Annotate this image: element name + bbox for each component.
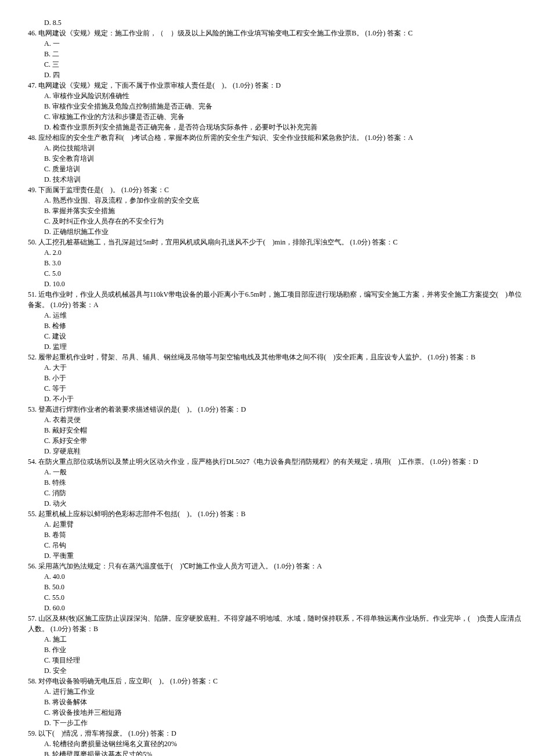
exam-content: D. 8.546. 电网建设《安规》规定：施工作业前，（ ）级及以上风险的施工作… bbox=[12, 17, 522, 756]
question-59: 59. 以下( )情况，滑车将报废。 (1.0分) 答案：D bbox=[12, 728, 522, 739]
option-53-D: D. 穿硬底鞋 bbox=[12, 446, 522, 456]
option-54-B: B. 特殊 bbox=[12, 477, 522, 488]
option-50-B: B. 3.0 bbox=[12, 258, 522, 268]
option-57-D: D. 安全 bbox=[12, 665, 522, 676]
question-48: 48. 应经相应的安全生产教育和( )考试合格，掌握本岗位所需的安全生产知识、安… bbox=[12, 132, 522, 143]
option-52-C: C. 等于 bbox=[12, 383, 522, 394]
question-50: 50. 人工挖孔桩基础施工，当孔深超过5m时，宜用风机或风扇向孔送风不少于( )… bbox=[12, 237, 522, 247]
option-50-C: C. 5.0 bbox=[12, 268, 522, 279]
option-58-C: C. 将设备接地并三相短路 bbox=[12, 707, 522, 718]
option-54-C: C. 消防 bbox=[12, 488, 522, 498]
option-51-D: D. 监理 bbox=[12, 341, 522, 352]
option-stray: D. 8.5 bbox=[12, 17, 522, 28]
option-49-B: B. 掌握并落实安全措施 bbox=[12, 206, 522, 216]
option-56-A: A. 40.0 bbox=[12, 571, 522, 582]
option-55-B: B. 卷筒 bbox=[12, 530, 522, 540]
question-55: 55. 起重机械上应标以鲜明的色彩标志部件不包括( )。 (1.0分) 答案：B bbox=[12, 509, 522, 519]
option-57-B: B. 作业 bbox=[12, 645, 522, 655]
option-46-A: A. 一 bbox=[12, 38, 522, 49]
option-51-A: A. 运维 bbox=[12, 310, 522, 321]
option-48-B: B. 安全教育培训 bbox=[12, 153, 522, 164]
option-51-C: C. 建设 bbox=[12, 331, 522, 341]
option-59-B: B. 轮槽壁厚磨损量达基本尺寸的5% bbox=[12, 749, 522, 756]
option-58-B: B. 将设备解体 bbox=[12, 697, 522, 707]
option-51-B: B. 检修 bbox=[12, 321, 522, 331]
question-56: 56. 采用蒸汽加热法规定：只有在蒸汽温度低于( )℃时施工作业人员方可进入。 … bbox=[12, 561, 522, 571]
option-58-D: D. 下一步工作 bbox=[12, 718, 522, 728]
option-50-D: D. 10.0 bbox=[12, 279, 522, 289]
option-47-B: B. 审核作业安全措施及危险点控制措施是否正确、完备 bbox=[12, 101, 522, 111]
question-54: 54. 在防火重点部位或场所以及禁止明火区动火作业，应严格执行DL5027《电力… bbox=[12, 456, 522, 467]
option-46-C: C. 三 bbox=[12, 59, 522, 70]
option-57-C: C. 项目经理 bbox=[12, 655, 522, 665]
option-49-C: C. 及时纠正作业人员存在的不安全行为 bbox=[12, 216, 522, 226]
option-46-B: B. 二 bbox=[12, 49, 522, 59]
option-47-D: D. 检查作业票所列安全措施是否正确完备，是否符合现场实际条件，必要时予以补充完… bbox=[12, 122, 522, 132]
option-53-A: A. 衣着灵便 bbox=[12, 415, 522, 425]
option-57-A: A. 施工 bbox=[12, 634, 522, 645]
option-50-A: A. 2.0 bbox=[12, 247, 522, 258]
option-46-D: D. 四 bbox=[12, 70, 522, 80]
option-52-B: B. 小于 bbox=[12, 373, 522, 383]
option-55-C: C. 吊钩 bbox=[12, 540, 522, 550]
question-58: 58. 对停电设备验明确无电压后，应立即( )。 (1.0分) 答案：C bbox=[12, 676, 522, 686]
question-46: 46. 电网建设《安规》规定：施工作业前，（ ）级及以上风险的施工作业填写输变电… bbox=[12, 28, 522, 38]
option-48-D: D. 技术培训 bbox=[12, 174, 522, 185]
option-55-A: A. 起重臂 bbox=[12, 519, 522, 530]
option-48-A: A. 岗位技能培训 bbox=[12, 143, 522, 153]
question-53: 53. 登高进行焊割作业者的着装要求描述错误的是( )。 (1.0分) 答案：D bbox=[12, 404, 522, 415]
question-47: 47. 电网建设《安规》规定，下面不属于作业票审核人责任是( )。 (1.0分)… bbox=[12, 80, 522, 91]
question-57: 57. 山区及林(牧)区施工应防止误踩深沟、陷阱。应穿硬胶底鞋。不得穿越不明地域… bbox=[12, 613, 522, 634]
option-54-D: D. 动火 bbox=[12, 498, 522, 509]
option-53-C: C. 系好安全带 bbox=[12, 435, 522, 446]
option-47-A: A. 审核作业风险识别准确性 bbox=[12, 91, 522, 101]
option-55-D: D. 平衡重 bbox=[12, 550, 522, 561]
option-52-A: A. 大于 bbox=[12, 362, 522, 373]
question-52: 52. 履带起重机作业时，臂架、吊具、辅具、钢丝绳及吊物等与架空输电线及其他带电… bbox=[12, 352, 522, 362]
option-56-C: C. 55.0 bbox=[12, 592, 522, 603]
option-56-B: B. 50.0 bbox=[12, 582, 522, 592]
option-56-D: D. 60.0 bbox=[12, 603, 522, 613]
option-49-D: D. 正确组织施工作业 bbox=[12, 226, 522, 237]
option-53-B: B. 戴好安全帽 bbox=[12, 425, 522, 435]
question-51: 51. 近电作业时，作业人员或机械器具与110kV带电设备的最小距离小于6.5m… bbox=[12, 289, 522, 310]
option-59-A: A. 轮槽径向磨损量达钢丝绳名义直径的20% bbox=[12, 739, 522, 749]
option-47-C: C. 审核施工作业的方法和步骤是否正确、完备 bbox=[12, 111, 522, 122]
question-49: 49. 下面属于监理责任是( )。 (1.0分) 答案：C bbox=[12, 185, 522, 195]
option-48-C: C. 质量培训 bbox=[12, 164, 522, 174]
option-52-D: D. 不小于 bbox=[12, 394, 522, 404]
option-49-A: A. 熟悉作业围、容及流程，参加作业前的安全交底 bbox=[12, 195, 522, 206]
option-58-A: A. 进行施工作业 bbox=[12, 686, 522, 697]
option-54-A: A. 一般 bbox=[12, 467, 522, 477]
